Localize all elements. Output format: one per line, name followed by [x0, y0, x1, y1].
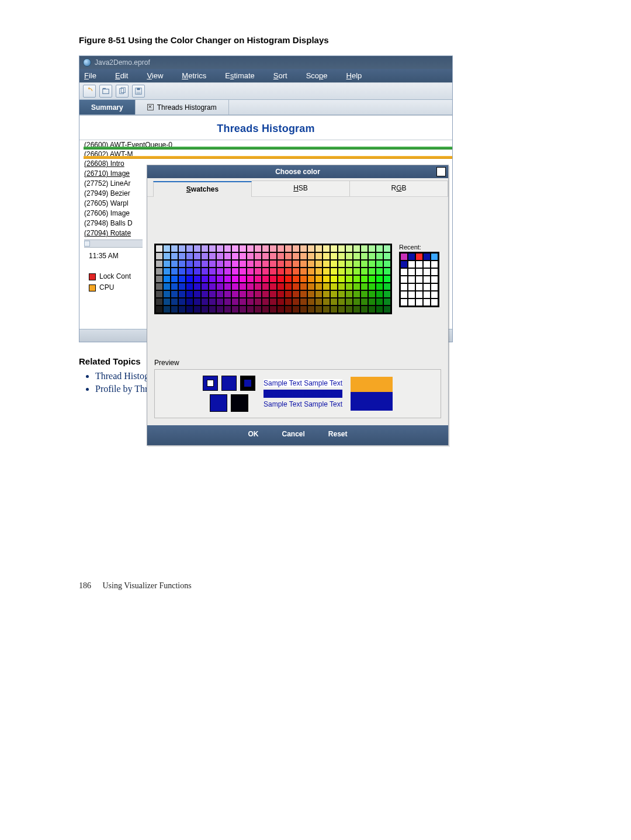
- swatch-cell[interactable]: [193, 268, 201, 275]
- swatch-cell[interactable]: [247, 275, 254, 283]
- swatch-cell[interactable]: [376, 298, 383, 306]
- swatch-cell[interactable]: [307, 268, 315, 275]
- swatch-cell[interactable]: [201, 283, 209, 290]
- swatch-cell[interactable]: [224, 268, 231, 275]
- swatch-cell[interactable]: [345, 275, 353, 283]
- swatch-cell[interactable]: [368, 268, 376, 275]
- swatch-cell[interactable]: [345, 260, 353, 268]
- thread-label[interactable]: (27948) Balls D: [84, 218, 143, 228]
- swatch-cell[interactable]: [353, 306, 360, 313]
- recent-swatch-cell[interactable]: [408, 261, 415, 268]
- swatch-cell[interactable]: [269, 260, 277, 268]
- swatch-cell[interactable]: [155, 306, 163, 313]
- swatch-cell[interactable]: [224, 252, 231, 260]
- swatch-cell[interactable]: [262, 275, 269, 283]
- swatch-cell[interactable]: [178, 275, 186, 283]
- swatch-cell[interactable]: [186, 252, 193, 260]
- cancel-button[interactable]: Cancel: [282, 430, 304, 438]
- swatch-cell[interactable]: [163, 298, 171, 306]
- swatch-cell[interactable]: [285, 268, 292, 275]
- swatch-cell[interactable]: [262, 306, 269, 313]
- tab-threads-histogram[interactable]: ✕ Threads Histogram: [136, 100, 229, 114]
- recent-swatch-cell[interactable]: [423, 268, 431, 276]
- swatch-cell[interactable]: [383, 275, 391, 283]
- swatch-cell[interactable]: [247, 252, 254, 260]
- swatch-grid[interactable]: [154, 244, 392, 314]
- swatch-cell[interactable]: [171, 306, 178, 313]
- swatch-cell[interactable]: [224, 245, 231, 252]
- swatch-cell[interactable]: [360, 298, 368, 306]
- swatch-cell[interactable]: [247, 245, 254, 252]
- swatch-cell[interactable]: [171, 275, 178, 283]
- swatch-cell[interactable]: [209, 306, 216, 313]
- swatch-cell[interactable]: [155, 290, 163, 298]
- swatch-cell[interactable]: [171, 260, 178, 268]
- copy-button[interactable]: [116, 85, 129, 98]
- recent-swatch-cell[interactable]: [431, 298, 438, 306]
- recent-swatch-cell[interactable]: [400, 291, 408, 298]
- swatch-cell[interactable]: [262, 260, 269, 268]
- swatch-cell[interactable]: [178, 298, 186, 306]
- swatch-cell[interactable]: [186, 260, 193, 268]
- swatch-cell[interactable]: [224, 275, 231, 283]
- swatch-cell[interactable]: [239, 306, 247, 313]
- recent-swatch-cell[interactable]: [408, 253, 415, 261]
- swatch-cell[interactable]: [186, 268, 193, 275]
- swatch-cell[interactable]: [277, 290, 285, 298]
- menu-metrics[interactable]: Metrics: [182, 71, 206, 80]
- swatch-cell[interactable]: [383, 298, 391, 306]
- swatch-cell[interactable]: [368, 306, 376, 313]
- swatch-cell[interactable]: [178, 252, 186, 260]
- swatch-cell[interactable]: [315, 290, 323, 298]
- swatch-cell[interactable]: [353, 290, 360, 298]
- swatch-cell[interactable]: [178, 245, 186, 252]
- swatch-cell[interactable]: [307, 290, 315, 298]
- swatch-cell[interactable]: [292, 283, 300, 290]
- swatch-cell[interactable]: [269, 306, 277, 313]
- swatch-cell[interactable]: [216, 275, 224, 283]
- swatch-cell[interactable]: [345, 252, 353, 260]
- swatch-cell[interactable]: [315, 260, 323, 268]
- save-button[interactable]: [132, 85, 145, 98]
- swatch-cell[interactable]: [201, 275, 209, 283]
- scrollbar-thumb[interactable]: [84, 241, 90, 247]
- swatch-cell[interactable]: [345, 306, 353, 313]
- swatch-cell[interactable]: [193, 298, 201, 306]
- tab-hsb[interactable]: HSB: [252, 181, 350, 196]
- swatch-cell[interactable]: [330, 260, 338, 268]
- swatch-cell[interactable]: [193, 260, 201, 268]
- recent-swatch-cell[interactable]: [423, 276, 431, 283]
- swatch-cell[interactable]: [285, 306, 292, 313]
- swatch-cell[interactable]: [224, 298, 231, 306]
- swatch-cell[interactable]: [277, 260, 285, 268]
- swatch-cell[interactable]: [345, 298, 353, 306]
- swatch-cell[interactable]: [155, 283, 163, 290]
- swatch-cell[interactable]: [300, 290, 307, 298]
- swatch-cell[interactable]: [262, 290, 269, 298]
- swatch-cell[interactable]: [368, 290, 376, 298]
- swatch-cell[interactable]: [269, 275, 277, 283]
- swatch-cell[interactable]: [231, 252, 239, 260]
- swatch-cell[interactable]: [300, 268, 307, 275]
- swatch-cell[interactable]: [307, 283, 315, 290]
- swatch-cell[interactable]: [239, 283, 247, 290]
- swatch-cell[interactable]: [262, 252, 269, 260]
- swatch-cell[interactable]: [285, 298, 292, 306]
- swatch-cell[interactable]: [231, 260, 239, 268]
- swatch-cell[interactable]: [239, 245, 247, 252]
- swatch-cell[interactable]: [330, 245, 338, 252]
- swatch-cell[interactable]: [239, 275, 247, 283]
- swatch-cell[interactable]: [285, 260, 292, 268]
- recent-swatch-cell[interactable]: [408, 291, 415, 298]
- swatch-cell[interactable]: [269, 252, 277, 260]
- swatch-cell[interactable]: [231, 283, 239, 290]
- swatch-cell[interactable]: [269, 298, 277, 306]
- thread-label[interactable]: (27949) Bezier: [84, 189, 143, 199]
- recent-swatch-cell[interactable]: [423, 253, 431, 261]
- swatch-cell[interactable]: [163, 283, 171, 290]
- swatch-cell[interactable]: [163, 290, 171, 298]
- swatch-cell[interactable]: [323, 252, 330, 260]
- swatch-cell[interactable]: [353, 283, 360, 290]
- menu-sort[interactable]: Sort: [273, 71, 287, 80]
- swatch-cell[interactable]: [277, 306, 285, 313]
